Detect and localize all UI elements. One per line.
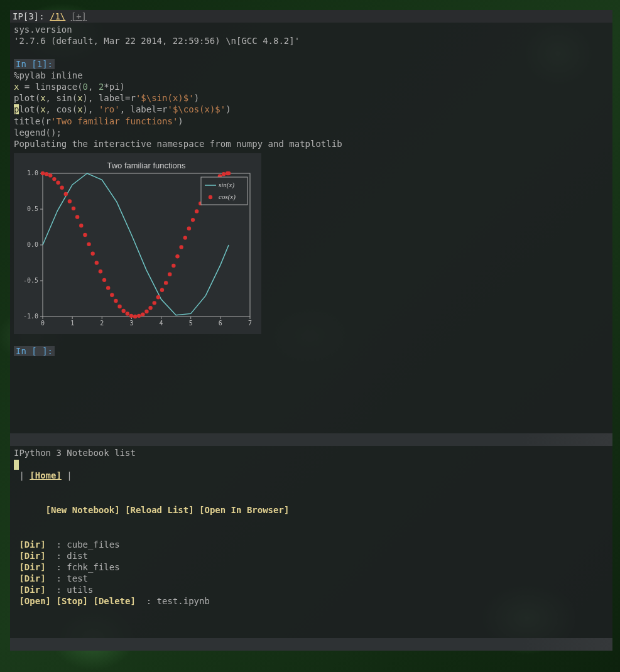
blank [14, 46, 609, 58]
svg-point-56 [148, 306, 152, 310]
svg-text:7: 7 [248, 320, 252, 327]
cell2-prompt: In [ ]: [14, 345, 609, 357]
svg-point-43 [99, 269, 102, 273]
svg-point-41 [90, 252, 94, 256]
svg-text:4: 4 [160, 320, 163, 327]
svg-text:-1.0: -1.0 [23, 313, 38, 320]
svg-text:sin(x): sin(x) [219, 181, 234, 189]
modeline-top: 21 — 331 *ein: 8888/test.ipynb* ein:ml11… [10, 433, 612, 446]
svg-text:Two familiar functions: Two familiar functions [107, 161, 186, 170]
svg-point-33 [60, 186, 63, 190]
svg-point-36 [72, 207, 75, 210]
svg-point-54 [141, 312, 144, 316]
cell1-l4[interactable]: plot(x, cos(x), 'ro', label=r'$\cos(x)$'… [14, 104, 609, 115]
dir-entry[interactable]: [Dir] : cube_files [14, 539, 609, 550]
dir-entry[interactable]: [Dir] : dist [14, 550, 609, 561]
svg-point-32 [56, 181, 60, 185]
svg-point-75 [222, 172, 226, 176]
dir-entry[interactable]: [Dir] : test [14, 573, 609, 584]
svg-text:-0.5: -0.5 [23, 277, 38, 284]
svg-point-34 [64, 192, 68, 196]
svg-point-53 [137, 314, 141, 318]
chart-svg: Two familiar functions01234567-1.0-0.50.… [16, 160, 255, 329]
add-tab-button[interactable]: [+] [71, 11, 87, 21]
svg-point-30 [48, 173, 52, 177]
cell1-l1[interactable]: %pylab inline [14, 70, 609, 81]
svg-point-46 [110, 293, 114, 297]
cell0-line2: '2.7.6 (default, Mar 22 2014, 22:59:56) … [14, 35, 609, 46]
svg-point-38 [79, 224, 83, 227]
notebook-entry: [Open] [Stop] [Delete] : test.ipynb [14, 595, 609, 607]
blank2 [14, 334, 609, 345]
code-area[interactable]: sys.version '2.7.6 (default, Mar 22 2014… [10, 23, 612, 370]
svg-point-31 [52, 177, 56, 181]
cell1-l3[interactable]: plot(x, sin(x), label=r'$\sin(x)$') [14, 92, 609, 104]
notebooklist-body[interactable]: IPython 3 Notebook list | [Home] | [New … [10, 446, 612, 609]
svg-point-28 [41, 171, 45, 175]
svg-point-29 [45, 172, 48, 176]
new-notebook-button[interactable]: [New Notebook] [46, 505, 120, 515]
home-link[interactable]: [Home] [30, 470, 62, 480]
notebook-pane: IP[3]: /1\ [+] sys.version '2.7.6 (defau… [10, 10, 612, 433]
svg-point-57 [153, 301, 156, 305]
svg-point-51 [129, 314, 133, 318]
cell2-body[interactable] [14, 357, 609, 369]
svg-point-42 [95, 261, 99, 264]
modeline-bottom: 22 * 212 *ein:notebooklist 8888* ein:not… [10, 638, 612, 651]
svg-point-49 [122, 309, 126, 313]
delete-nb-button[interactable]: [Delete] [93, 596, 135, 606]
svg-point-35 [68, 199, 72, 203]
cell1-l5[interactable]: title(r'Two familiar functions') [14, 116, 609, 127]
text-cursor-bottom [14, 460, 19, 470]
notebooklist-pane: IPython 3 Notebook list | [Home] | [New … [10, 446, 612, 651]
svg-point-52 [133, 315, 137, 318]
svg-point-39 [83, 233, 87, 237]
svg-point-47 [114, 299, 117, 303]
svg-point-58 [156, 295, 160, 299]
reload-list-button[interactable]: [Reload List] [125, 505, 194, 515]
svg-text:cos(x): cos(x) [219, 193, 236, 201]
chart-output: Two familiar functions01234567-1.0-0.50.… [14, 153, 261, 334]
svg-point-60 [164, 281, 168, 285]
svg-point-55 [144, 310, 148, 313]
svg-point-45 [106, 286, 110, 290]
svg-text:0: 0 [41, 320, 45, 327]
svg-point-77 [227, 171, 231, 175]
cell1-l2[interactable]: x = linspace(0, 2*pi) [14, 81, 609, 92]
svg-point-65 [183, 236, 187, 239]
svg-point-81 [209, 195, 212, 199]
svg-text:1.0: 1.0 [27, 170, 38, 176]
stop-nb-button[interactable]: [Stop] [56, 596, 88, 606]
cell1-stdout: Populating the interactive namespace fro… [14, 138, 609, 149]
cell1-prompt: In [1]: [14, 58, 609, 70]
header-prefix: IP[3]: [13, 11, 50, 21]
svg-point-67 [191, 218, 195, 222]
svg-point-37 [75, 215, 79, 219]
dir-entry[interactable]: [Dir] : utils [14, 584, 609, 595]
notebook-header: IP[3]: /1\ [+] [10, 10, 612, 23]
svg-text:6: 6 [219, 320, 222, 327]
svg-text:3: 3 [129, 320, 133, 327]
svg-point-61 [168, 273, 171, 276]
open-in-browser-button[interactable]: [Open In Browser] [199, 505, 289, 515]
tab-1[interactable]: /1\ [50, 11, 65, 21]
svg-text:1: 1 [70, 320, 74, 327]
svg-point-50 [126, 312, 129, 315]
cell0-line1: sys.version [14, 24, 609, 35]
svg-text:5: 5 [189, 320, 193, 327]
svg-point-48 [117, 305, 121, 308]
svg-point-68 [195, 209, 199, 213]
svg-text:0.5: 0.5 [27, 205, 38, 212]
open-nb-button[interactable]: [Open] [19, 596, 51, 606]
svg-point-64 [179, 245, 183, 249]
nblist-title: IPython 3 Notebook list [14, 447, 609, 458]
dir-entry[interactable]: [Dir] : fchk_files [14, 561, 609, 573]
svg-point-66 [187, 227, 191, 230]
cell1-l6[interactable]: legend(); [14, 127, 609, 138]
svg-point-59 [160, 288, 164, 292]
svg-point-62 [171, 264, 175, 268]
svg-text:2: 2 [100, 320, 104, 327]
svg-point-63 [175, 254, 179, 258]
svg-text:0.0: 0.0 [27, 241, 38, 248]
svg-point-44 [102, 278, 106, 282]
